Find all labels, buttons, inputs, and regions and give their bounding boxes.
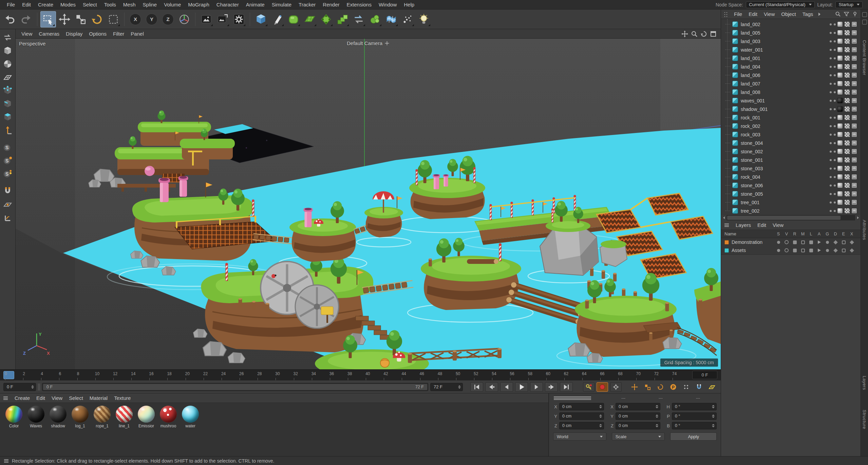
phong-tag-icon[interactable] [851, 106, 857, 112]
material-tag-icon[interactable] [837, 72, 843, 78]
object-name[interactable]: stone_003 [741, 166, 763, 171]
timeline-tick[interactable]: 14 [131, 370, 149, 380]
edges-mode-icon[interactable] [1, 97, 15, 110]
object-name[interactable]: rock_001 [741, 115, 760, 120]
menu-item[interactable]: Extensions [343, 1, 375, 8]
filter-icon[interactable] [844, 11, 849, 17]
menu-item[interactable]: Window [375, 1, 400, 8]
editor-visibility-dot[interactable] [830, 193, 832, 195]
exchange-button[interactable] [351, 11, 366, 27]
uvw-tag-icon[interactable] [844, 30, 850, 36]
phong-tag-icon[interactable] [851, 191, 857, 197]
hamburger-icon[interactable] [4, 461, 8, 461]
polygon-object-icon[interactable] [732, 166, 738, 171]
position-z-field[interactable]: 0 cm [559, 422, 604, 429]
editor-visibility-dot[interactable] [830, 49, 832, 51]
object-row[interactable]: stone_003 [721, 164, 861, 173]
phong-tag-icon[interactable] [851, 115, 857, 120]
material-menu-item[interactable]: Create [12, 394, 33, 402]
polygon-object-icon[interactable] [732, 98, 738, 103]
solo-hierarchy-icon[interactable]: S [1, 168, 15, 180]
keyframe-settings-button[interactable] [610, 382, 622, 392]
pen-tool[interactable] [269, 11, 285, 27]
prev-key-button[interactable] [485, 382, 498, 392]
render-visibility-dot[interactable] [834, 23, 836, 25]
menu-item[interactable]: Create [35, 1, 57, 8]
layer-solo-toggle[interactable] [777, 249, 780, 252]
object-row[interactable]: tree_001 [721, 198, 861, 207]
object-name[interactable]: stone_004 [741, 140, 763, 146]
uvw-tag-icon[interactable] [844, 182, 850, 188]
scroll-right-icon[interactable] [855, 215, 861, 220]
polygon-object-icon[interactable] [732, 47, 738, 53]
layer-render-toggle[interactable] [793, 240, 797, 244]
phong-tag-icon[interactable] [851, 149, 857, 154]
rotation-h-field[interactable]: 0 ° [672, 403, 717, 410]
polygon-object-icon[interactable] [732, 106, 738, 112]
layer-generators-toggle[interactable] [826, 249, 829, 252]
editor-visibility-dot[interactable] [830, 185, 832, 187]
render-visibility-dot[interactable] [834, 193, 836, 195]
next-key-button[interactable] [545, 382, 558, 392]
material-preview-sphere[interactable] [50, 406, 67, 423]
render-visibility-dot[interactable] [834, 134, 836, 136]
panel-grip-icon[interactable] [724, 12, 728, 17]
object-row[interactable]: land_003 [721, 37, 861, 45]
cloth-button[interactable] [383, 11, 399, 27]
position-x-field[interactable]: 0 cm [559, 403, 604, 410]
uvw-tag-icon[interactable] [844, 115, 850, 120]
uvw-tag-icon[interactable] [844, 191, 850, 197]
camera-label[interactable]: Default Camera [347, 40, 390, 46]
record-key-button[interactable] [583, 382, 595, 392]
phong-tag-icon[interactable] [851, 30, 857, 36]
object-name[interactable]: land_004 [741, 64, 760, 70]
polygons-mode-icon[interactable] [1, 111, 15, 123]
object-row[interactable]: stone_002 [721, 147, 861, 156]
object-row[interactable]: stone_004 [721, 139, 861, 147]
phong-tag-icon[interactable] [851, 21, 857, 27]
rotate-view-icon[interactable] [700, 31, 707, 37]
material-tag-icon[interactable] [837, 21, 843, 27]
render-picture-viewer-button[interactable] [215, 11, 230, 27]
layer-name[interactable]: Demonstration [732, 239, 762, 245]
timeline-tick[interactable]: 30 [275, 370, 293, 380]
object-name[interactable]: rock_004 [741, 174, 760, 180]
render-visibility-dot[interactable] [834, 32, 836, 34]
material-tag-icon[interactable] [837, 55, 843, 61]
material-preview-sphere[interactable] [116, 406, 133, 423]
polygon-object-icon[interactable] [732, 123, 738, 129]
uvw-tag-icon[interactable] [844, 81, 850, 86]
render-visibility-dot[interactable] [834, 168, 836, 170]
points-mode-icon[interactable] [1, 84, 15, 97]
object-name[interactable]: tree_001 [741, 200, 759, 205]
object-row[interactable]: shadow_001 [721, 105, 861, 113]
object-row[interactable]: rock_003 [721, 130, 861, 139]
menu-item[interactable]: Tools [101, 1, 119, 8]
object-name[interactable]: land_008 [741, 90, 760, 95]
object-name[interactable]: land_005 [741, 30, 760, 36]
object-name[interactable]: stone_001 [741, 157, 763, 163]
layer-animation-toggle[interactable] [818, 240, 821, 244]
ffd-button[interactable] [302, 11, 318, 27]
layer-row[interactable]: Demonstration [721, 238, 861, 246]
scrollbar-thumb[interactable] [727, 216, 841, 220]
play-button[interactable] [515, 382, 528, 392]
phong-tag-icon[interactable] [851, 98, 857, 103]
material-item[interactable]: rope_1 [92, 406, 113, 428]
pin-icon[interactable] [852, 11, 858, 17]
menu-item[interactable]: Animate [243, 1, 268, 8]
layer-expressions-toggle[interactable] [842, 240, 846, 244]
object-name[interactable]: land_007 [741, 81, 760, 86]
material-tag-icon[interactable] [837, 89, 843, 95]
layers-menu-item[interactable]: View [770, 221, 787, 229]
uvw-tag-icon[interactable] [844, 89, 850, 95]
material-tag-icon[interactable] [837, 199, 843, 205]
uvw-tag-icon[interactable] [844, 140, 850, 146]
object-manager-menu-item[interactable]: Object [778, 10, 799, 18]
quantize-icon[interactable] [1, 211, 15, 224]
timeline-tick[interactable]: 58 [528, 370, 546, 380]
timeline-tick[interactable]: 64 [582, 370, 600, 380]
solo-selection-icon[interactable]: S [1, 154, 15, 167]
size-x-field[interactable]: 0 cm [616, 403, 660, 410]
uvw-tag-icon[interactable] [844, 166, 850, 171]
